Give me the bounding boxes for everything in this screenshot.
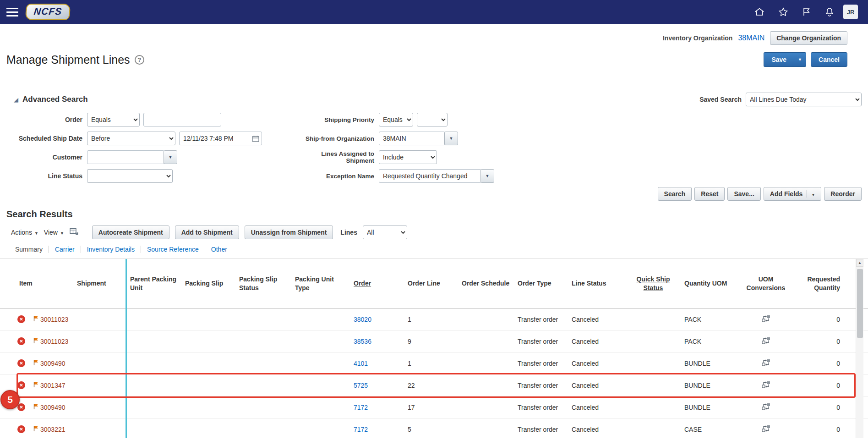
- item-number[interactable]: 3001347: [40, 382, 66, 389]
- uom-conversions-icon[interactable]: [762, 381, 770, 390]
- inventory-organization-link[interactable]: 38MAIN: [738, 34, 764, 42]
- remove-line-icon[interactable]: [17, 381, 25, 389]
- save-search-button[interactable]: Save...: [727, 187, 760, 201]
- ship-from-organization-lov-caret-icon[interactable]: [444, 132, 458, 145]
- view-menu[interactable]: View: [44, 229, 64, 236]
- table-row-highlighted[interactable]: 3001347 5725 22 Transfer order Canceled …: [0, 374, 868, 396]
- uom-conversions-icon[interactable]: [762, 359, 770, 368]
- order-operator-select[interactable]: Equals: [87, 113, 140, 126]
- uom-conversions-icon[interactable]: [762, 425, 770, 434]
- tab-carrier[interactable]: Carrier: [49, 246, 81, 253]
- item-number[interactable]: 3009490: [40, 360, 66, 367]
- exception-name-input[interactable]: [379, 169, 481, 183]
- item-number[interactable]: 3009490: [40, 404, 66, 411]
- tab-inventory-details[interactable]: Inventory Details: [81, 246, 141, 253]
- change-organization-button[interactable]: Change Organization: [770, 31, 847, 45]
- col-shipment: Shipment: [73, 259, 126, 308]
- add-to-shipment-button[interactable]: Add to Shipment: [175, 226, 239, 239]
- uom-conversions-icon[interactable]: [762, 403, 770, 412]
- item-number[interactable]: 30011023: [40, 316, 68, 323]
- order-link[interactable]: 7172: [354, 426, 368, 433]
- uom-conversions-icon[interactable]: [762, 315, 770, 324]
- remove-line-icon[interactable]: [17, 403, 25, 411]
- user-avatar[interactable]: JR: [843, 5, 858, 19]
- order-link[interactable]: 4101: [354, 360, 368, 367]
- remove-line-icon[interactable]: [17, 315, 25, 323]
- shipping-priority-value-select[interactable]: [417, 113, 448, 126]
- tab-source-reference[interactable]: Source Reference: [141, 246, 205, 253]
- order-link[interactable]: 7172: [354, 404, 368, 411]
- uom-conversions-icon[interactable]: [762, 337, 770, 346]
- lines-filter-select[interactable]: All: [363, 226, 407, 239]
- col-uom-conversions: UOM Conversions: [737, 259, 795, 308]
- ncfs-logo[interactable]: NCFS: [25, 4, 71, 20]
- table-header-row: Item Shipment Parent Packing Unit Packin…: [0, 259, 868, 308]
- item-number[interactable]: 30011023: [40, 338, 68, 345]
- home-icon[interactable]: [754, 7, 764, 16]
- col-order-sort[interactable]: Order: [350, 259, 404, 308]
- table-row[interactable]: 3009490 4101 1 Transfer order Canceled B…: [0, 352, 868, 374]
- save-button[interactable]: Save: [764, 52, 794, 67]
- order-input[interactable]: [143, 113, 221, 126]
- col-quick-ship-status-label[interactable]: Quick Ship Status: [629, 275, 677, 292]
- remove-line-icon[interactable]: [17, 337, 25, 345]
- exception-name-lov-caret-icon[interactable]: [480, 169, 494, 183]
- table-row[interactable]: 3003221 7172 5 Transfer order Canceled C…: [0, 418, 868, 440]
- help-icon[interactable]: ?: [135, 55, 144, 65]
- add-fields-caret-icon[interactable]: [807, 190, 815, 198]
- ship-from-organization-input[interactable]: [379, 132, 445, 145]
- line-status-label: Line Status: [0, 172, 87, 180]
- col-quick-ship-status-sort[interactable]: Quick Ship Status: [626, 259, 681, 308]
- saved-search-label: Saved Search: [699, 96, 742, 103]
- scheduled-ship-date-operator-select[interactable]: Before: [87, 132, 175, 145]
- scheduled-ship-date-label: Scheduled Ship Date: [0, 135, 87, 142]
- cancel-button[interactable]: Cancel: [811, 52, 847, 67]
- detach-grid-icon[interactable]: [70, 228, 78, 237]
- remove-line-icon[interactable]: [17, 359, 25, 367]
- autocreate-shipment-button[interactable]: Autocreate Shipment: [92, 226, 169, 239]
- flag-icon: [33, 381, 39, 389]
- announcements-flag-icon[interactable]: [802, 7, 811, 16]
- remove-line-icon[interactable]: [17, 425, 25, 433]
- title-row: Manage Shipment Lines ? Save Cancel: [6, 50, 847, 70]
- customer-input[interactable]: [87, 150, 164, 164]
- line-status-select[interactable]: [87, 169, 173, 183]
- order-line-value: 1: [404, 352, 458, 374]
- lines-assigned-select[interactable]: Include: [379, 150, 437, 164]
- favorites-star-icon[interactable]: [778, 7, 788, 16]
- col-order-line: Order Line: [404, 259, 458, 308]
- add-fields-button[interactable]: Add Fields: [764, 187, 821, 201]
- actions-menu[interactable]: Actions: [11, 229, 38, 236]
- order-link[interactable]: 38536: [354, 338, 371, 345]
- unassign-from-shipment-button[interactable]: Unassign from Shipment: [245, 226, 333, 239]
- scheduled-ship-date-input[interactable]: [179, 132, 262, 145]
- scroll-up-arrow-icon[interactable]: [856, 259, 863, 267]
- col-order-label[interactable]: Order: [354, 279, 371, 287]
- scrollbar-thumb[interactable]: [857, 269, 863, 338]
- collapse-triangle-icon[interactable]: [14, 97, 18, 103]
- vertical-scrollbar[interactable]: [856, 259, 863, 438]
- order-link[interactable]: 5725: [354, 382, 368, 389]
- shipping-priority-operator-select[interactable]: Equals: [379, 113, 413, 126]
- actions-caret-icon: [34, 229, 38, 236]
- save-dropdown-caret-icon[interactable]: [794, 52, 806, 67]
- notifications-bell-icon[interactable]: [825, 7, 834, 16]
- tab-other[interactable]: Other: [205, 246, 233, 253]
- reorder-button[interactable]: Reorder: [824, 187, 862, 201]
- order-link[interactable]: 38020: [354, 316, 371, 323]
- order-type-value: Transfer order: [514, 418, 568, 440]
- item-number[interactable]: 3003221: [40, 426, 66, 433]
- advanced-search-panel: Advanced Search Saved Search All Lines D…: [0, 93, 868, 201]
- customer-lov-caret-icon[interactable]: [164, 150, 177, 164]
- reset-button[interactable]: Reset: [694, 187, 725, 201]
- order-line-value: 1: [404, 308, 458, 330]
- calendar-icon[interactable]: [252, 135, 259, 142]
- table-row[interactable]: 30011023 38020 1 Transfer order Canceled…: [0, 308, 868, 330]
- table-row[interactable]: 3009490 7172 17 Transfer order Canceled …: [0, 396, 868, 418]
- table-row[interactable]: 30011023 38536 9 Transfer order Canceled…: [0, 330, 868, 352]
- saved-search-select[interactable]: All Lines Due Today: [746, 93, 862, 106]
- results-table: Item Shipment Parent Packing Unit Packin…: [0, 258, 868, 438]
- search-button[interactable]: Search: [658, 187, 692, 201]
- menu-icon[interactable]: [6, 8, 18, 16]
- tab-summary[interactable]: Summary: [9, 246, 49, 253]
